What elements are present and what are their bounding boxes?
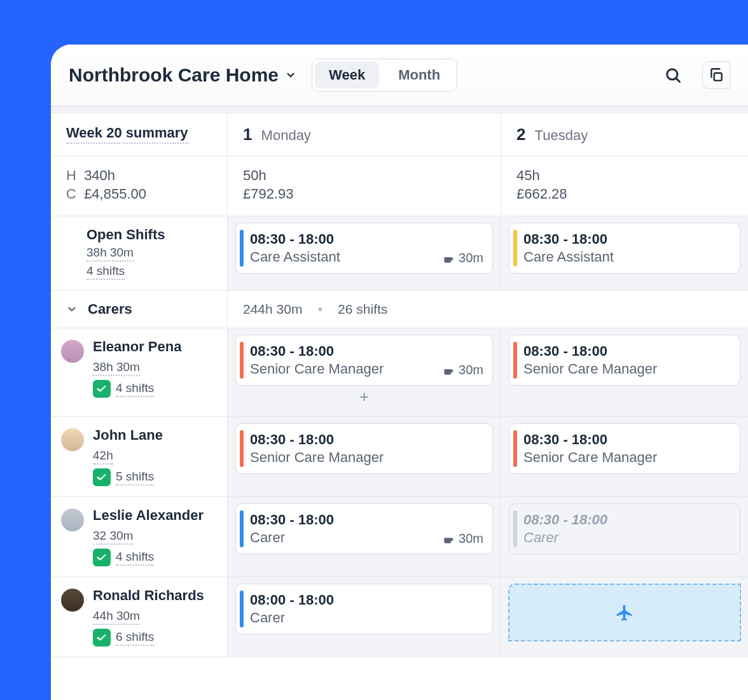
- day-header-tuesday[interactable]: 2 Tuesday: [501, 113, 748, 156]
- chevron-down-icon: [66, 304, 78, 315]
- open-shift-cell-monday: 08:30 - 18:00 Care Assistant 30m: [228, 216, 501, 290]
- person-name: Leslie Alexander: [93, 507, 204, 524]
- search-button[interactable]: [659, 61, 687, 89]
- shift-cell: 08:30 - 18:00 Carer: [501, 497, 748, 577]
- check-badge: [93, 468, 111, 486]
- app-window: Northbrook Care Home Week Month Week 20 …: [51, 45, 748, 700]
- avatar: [61, 508, 84, 531]
- person-shifts: 6 shifts: [116, 630, 154, 646]
- shift-color-bar: [513, 430, 517, 467]
- open-shift-cell-tuesday: 08:30 - 18:00 Care Assistant: [501, 216, 748, 290]
- search-icon: [664, 66, 682, 84]
- shift-break: 30m: [442, 251, 483, 265]
- person-shifts: 4 shifts: [116, 381, 154, 397]
- add-shift-button[interactable]: +: [235, 386, 493, 410]
- leave-card[interactable]: [509, 584, 740, 641]
- week-header-row: Week 20 summary 1 Monday 2 Tuesday: [51, 113, 748, 157]
- separator-dot: •: [312, 301, 328, 318]
- group-hours: 244h 30m: [243, 302, 302, 317]
- page-title: Northbrook Care Home: [69, 64, 279, 86]
- shift-time: 08:30 - 18:00: [250, 512, 482, 528]
- person-summary[interactable]: Eleanor Pena 38h 30m 4 shifts: [51, 328, 228, 416]
- shift-card[interactable]: 08:30 - 18:00 Care Assistant: [509, 223, 740, 274]
- person-duration: 38h 30m: [93, 360, 140, 376]
- view-toggle-month[interactable]: Month: [382, 59, 457, 91]
- week-totals: H 340h C £4,855.00: [51, 157, 228, 216]
- shift-card[interactable]: 08:00 - 18:00 Carer: [235, 584, 493, 634]
- person-duration: 44h 30m: [93, 609, 140, 625]
- shift-color-bar: [513, 510, 517, 547]
- shift-cell: 08:00 - 18:00 Carer: [228, 577, 501, 657]
- day-name: Tuesday: [535, 127, 588, 143]
- person-duration: 32 30m: [93, 529, 133, 545]
- day-hours: 50h: [243, 167, 485, 184]
- group-meta: 244h 30m • 26 shifts: [228, 291, 501, 328]
- shift-time: 08:30 - 18:00: [250, 343, 482, 360]
- cost-label: C: [66, 186, 80, 202]
- location-selector[interactable]: Northbrook Care Home: [69, 64, 296, 86]
- shift-role: Carer: [250, 610, 482, 626]
- shift-card[interactable]: 08:30 - 18:00 Carer 30m: [235, 503, 493, 554]
- view-toggle: Week Month: [312, 59, 457, 92]
- chevron-down-icon: [285, 69, 296, 81]
- shift-break: 30m: [442, 363, 483, 377]
- open-shifts-row: Open Shifts 38h 30m 4 shifts 08:30 - 18:…: [51, 216, 748, 291]
- shift-card-ghost[interactable]: 08:30 - 18:00 Carer: [509, 503, 740, 554]
- shift-cell: 08:30 - 18:00 Senior Care Manager: [501, 328, 748, 416]
- shift-time: 08:30 - 18:00: [523, 512, 730, 528]
- break-duration: 30m: [459, 363, 483, 377]
- shift-color-bar: [240, 342, 244, 379]
- day-number: 1: [243, 125, 252, 144]
- shift-time: 08:30 - 18:00: [523, 431, 730, 448]
- shift-cell: 08:30 - 18:00 Senior Care Manager: [501, 417, 748, 496]
- person-duration: 42h: [93, 449, 113, 465]
- week-summary-header[interactable]: Week 20 summary: [51, 113, 228, 156]
- svg-rect-2: [714, 73, 722, 81]
- day-header-monday[interactable]: 1 Monday: [228, 113, 501, 156]
- shift-role: Senior Care Manager: [523, 361, 730, 377]
- avatar: [61, 589, 84, 612]
- shift-card[interactable]: 08:30 - 18:00 Senior Care Manager: [509, 335, 740, 386]
- person-summary[interactable]: John Lane 42h 5 shifts: [51, 417, 228, 496]
- group-shifts: 26 shifts: [338, 302, 387, 317]
- copy-icon: [708, 67, 724, 83]
- open-shifts-summary[interactable]: Open Shifts 38h 30m 4 shifts: [51, 216, 228, 290]
- day-cost: £792.93: [243, 186, 485, 202]
- person-row: Ronald Richards 44h 30m 6 shifts 08:00 -…: [51, 577, 748, 657]
- person-summary[interactable]: Ronald Richards 44h 30m 6 shifts: [51, 577, 228, 657]
- day-name: Monday: [261, 127, 311, 143]
- shift-card[interactable]: 08:30 - 18:00 Care Assistant 30m: [235, 223, 493, 274]
- week-cost: £4,855.00: [84, 186, 146, 202]
- view-toggle-week[interactable]: Week: [315, 62, 379, 88]
- shift-card[interactable]: 08:30 - 18:00 Senior Care Manager: [509, 423, 740, 474]
- plane-icon: [615, 603, 634, 622]
- shift-color-bar: [513, 230, 517, 267]
- week-hours: 340h: [84, 167, 115, 183]
- person-name: Ronald Richards: [93, 587, 204, 604]
- shift-time: 08:30 - 18:00: [523, 231, 730, 248]
- week-summary-label: Week 20 summary: [66, 125, 188, 144]
- shift-card[interactable]: 08:30 - 18:00 Senior Care Manager 30m: [235, 335, 493, 386]
- day-hours: 45h: [516, 167, 733, 184]
- copy-button[interactable]: [702, 61, 730, 89]
- day-number: 2: [516, 125, 525, 144]
- shift-role: Carer: [523, 529, 730, 546]
- shift-card[interactable]: 08:30 - 18:00 Senior Care Manager: [235, 423, 493, 474]
- break-duration: 30m: [459, 531, 483, 546]
- person-shifts: 4 shifts: [116, 550, 154, 566]
- open-shifts-title: Open Shifts: [87, 227, 218, 243]
- coffee-icon: [442, 252, 455, 265]
- day-totals-monday: 50h £792.93: [228, 157, 501, 216]
- coffee-icon: [442, 364, 455, 377]
- day-cost: £662.28: [516, 186, 733, 202]
- check-badge: [93, 380, 111, 398]
- shift-color-bar: [240, 430, 244, 467]
- header: Northbrook Care Home Week Month: [51, 45, 748, 106]
- person-summary[interactable]: Leslie Alexander 32 30m 4 shifts: [51, 497, 228, 577]
- shift-role: Senior Care Manager: [523, 449, 730, 466]
- shift-color-bar: [240, 510, 244, 547]
- avatar: [61, 340, 84, 363]
- group-toggle[interactable]: Carers: [51, 291, 228, 328]
- person-name: Eleanor Pena: [93, 339, 181, 355]
- shift-color-bar: [240, 591, 244, 627]
